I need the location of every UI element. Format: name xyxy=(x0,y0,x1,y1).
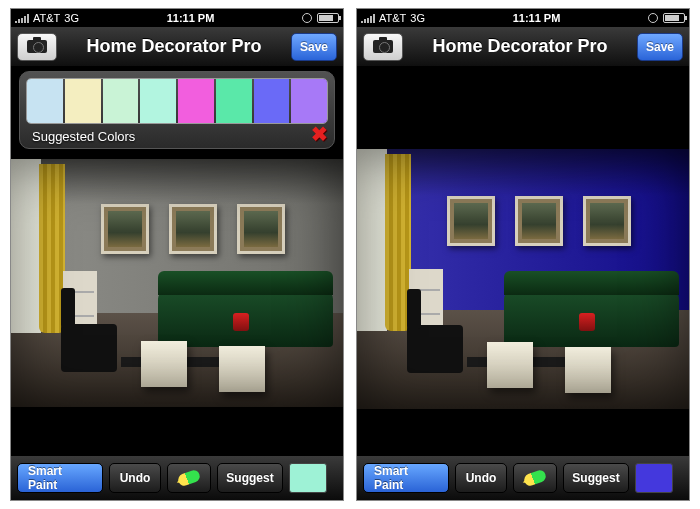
smart-paint-button[interactable]: Smart Paint xyxy=(17,463,103,493)
clock: 11:11 PM xyxy=(425,12,648,24)
camera-icon xyxy=(373,40,393,53)
network-label: 3G xyxy=(64,12,79,24)
suggest-button[interactable]: Suggest xyxy=(217,463,283,493)
undo-button[interactable]: Undo xyxy=(455,463,507,493)
current-color-swatch[interactable] xyxy=(289,463,327,493)
color-swatch[interactable] xyxy=(291,79,327,123)
toolbar: Smart Paint Undo Suggest xyxy=(11,456,343,500)
save-button[interactable]: Save xyxy=(637,33,683,61)
alarm-icon xyxy=(648,13,658,23)
content-area: Suggested Colors ✖ xyxy=(11,67,343,456)
network-label: 3G xyxy=(410,12,425,24)
carrier-label: AT&T xyxy=(33,12,60,24)
app-title: Home Decorator Pro xyxy=(409,36,631,57)
toolbar: Smart Paint Undo Suggest xyxy=(357,456,689,500)
smart-paint-button[interactable]: Smart Paint xyxy=(363,463,449,493)
battery-icon xyxy=(317,13,339,23)
color-swatch[interactable] xyxy=(216,79,252,123)
marker-icon xyxy=(177,469,202,488)
swatch-row xyxy=(26,78,328,124)
status-left: AT&T 3G xyxy=(15,12,79,24)
camera-button[interactable] xyxy=(17,33,57,61)
status-left: AT&T 3G xyxy=(361,12,425,24)
color-swatch[interactable] xyxy=(178,79,214,123)
status-right xyxy=(648,13,685,23)
marker-icon xyxy=(523,469,548,488)
close-icon[interactable]: ✖ xyxy=(311,122,328,146)
signal-icon xyxy=(361,14,375,23)
content-area xyxy=(357,67,689,456)
room-photo[interactable] xyxy=(357,149,689,409)
camera-icon xyxy=(27,40,47,53)
status-bar: AT&T 3G 11:11 PM xyxy=(11,9,343,27)
color-swatch[interactable] xyxy=(103,79,139,123)
status-right xyxy=(302,13,339,23)
phone-screen-left: AT&T 3G 11:11 PM Home Decorator Pro Save xyxy=(10,8,344,501)
nav-bar: Home Decorator Pro Save xyxy=(11,27,343,67)
alarm-icon xyxy=(302,13,312,23)
color-swatch[interactable] xyxy=(27,79,63,123)
color-swatch[interactable] xyxy=(254,79,290,123)
current-color-swatch[interactable] xyxy=(635,463,673,493)
color-swatch[interactable] xyxy=(140,79,176,123)
undo-button[interactable]: Undo xyxy=(109,463,161,493)
color-swatch[interactable] xyxy=(65,79,101,123)
room-photo[interactable] xyxy=(11,159,343,407)
phone-screen-right: AT&T 3G 11:11 PM Home Decorator Pro Save xyxy=(356,8,690,501)
marker-button[interactable] xyxy=(513,463,557,493)
battery-icon xyxy=(663,13,685,23)
clock: 11:11 PM xyxy=(79,12,302,24)
suggest-button[interactable]: Suggest xyxy=(563,463,629,493)
nav-bar: Home Decorator Pro Save xyxy=(357,27,689,67)
carrier-label: AT&T xyxy=(379,12,406,24)
app-title: Home Decorator Pro xyxy=(63,36,285,57)
camera-button[interactable] xyxy=(363,33,403,61)
marker-button[interactable] xyxy=(167,463,211,493)
save-button[interactable]: Save xyxy=(291,33,337,61)
suggested-colors-panel: Suggested Colors ✖ xyxy=(19,71,335,149)
signal-icon xyxy=(15,14,29,23)
palette-label: Suggested Colors xyxy=(32,129,135,144)
status-bar: AT&T 3G 11:11 PM xyxy=(357,9,689,27)
